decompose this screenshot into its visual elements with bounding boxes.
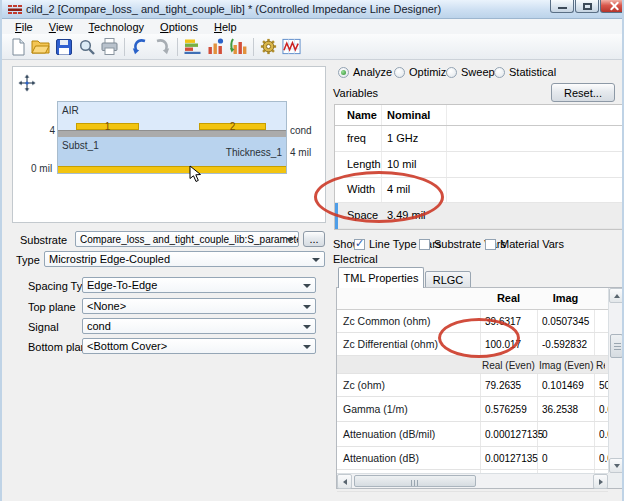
type-select[interactable]: Microstrip Edge-Coupled bbox=[44, 251, 325, 267]
tab-tml-properties[interactable]: TML Properties bbox=[338, 267, 424, 288]
variables-header: Name Nominal bbox=[335, 105, 622, 126]
minimize-button[interactable] bbox=[550, 0, 574, 13]
checkbox-material-vars[interactable] bbox=[485, 239, 496, 250]
reset-button[interactable]: Reset... bbox=[551, 83, 615, 102]
substrate-value: Compare_loss_ and_tight_couple_lib:S_par… bbox=[80, 234, 299, 245]
checkbox-line-type-vars-label[interactable]: Line Type Vars bbox=[369, 238, 441, 250]
conductor-2-label: 2 bbox=[199, 121, 266, 132]
cross-section-canvas[interactable]: AIR 1 2 Subst_1 Thickness_1 4 cond 4 mil… bbox=[12, 66, 326, 223]
vertical-scroll-thumb[interactable] bbox=[610, 334, 623, 358]
menu-bar: File View Technology Options Help bbox=[2, 19, 624, 34]
conductor-1-label: 1 bbox=[76, 121, 139, 132]
chevron-down-icon bbox=[303, 284, 311, 288]
menu-help[interactable]: Help bbox=[206, 20, 245, 33]
scroll-right-icon[interactable] bbox=[593, 474, 608, 489]
air-label: AIR bbox=[62, 105, 79, 116]
radio-statistical[interactable] bbox=[494, 67, 505, 78]
checkbox-line-type-vars[interactable]: ✓ bbox=[354, 239, 365, 250]
zoom-icon[interactable] bbox=[75, 35, 98, 58]
cond-layer-label: cond bbox=[290, 125, 312, 136]
type-value: Microstrip Edge-Coupled bbox=[49, 253, 170, 265]
chevron-down-icon bbox=[286, 238, 294, 242]
mouse-cursor bbox=[189, 165, 203, 183]
table-row-attenuation-mil[interactable]: Attenuation (dB/mil) 0.000127135 0 0.000 bbox=[337, 422, 608, 447]
bottom-tick-label: 0 mil bbox=[31, 163, 52, 174]
annotation-oval-zc-differential bbox=[438, 318, 520, 358]
layer-stack: AIR 1 2 Subst_1 Thickness_1 bbox=[58, 102, 286, 173]
signal-label: Signal bbox=[28, 321, 59, 333]
redo-icon[interactable] bbox=[151, 35, 174, 58]
menu-view[interactable]: View bbox=[41, 20, 81, 33]
app-window: cild_2 [Compare_loss_ and_tight_couple_l… bbox=[0, 0, 624, 501]
spacing-type-select[interactable]: Edge-To-Edge bbox=[82, 277, 316, 293]
signal-select[interactable]: cond bbox=[82, 318, 316, 334]
table-row-gamma[interactable]: Gamma (1/m) 0.576259 36.2538 0.651 bbox=[337, 397, 608, 422]
table-row-attenuation[interactable]: Attenuation (dB) 0.00127135 0 0.001 bbox=[337, 447, 608, 470]
thickness-label: Thickness_1 bbox=[210, 147, 282, 158]
radio-sweep[interactable] bbox=[446, 67, 457, 78]
menu-options[interactable]: Options bbox=[152, 20, 206, 33]
scroll-up-icon[interactable] bbox=[609, 288, 624, 303]
scroll-down-icon[interactable] bbox=[609, 458, 624, 473]
radio-analyze-label[interactable]: Analyze bbox=[353, 66, 392, 78]
close-button[interactable] bbox=[600, 0, 624, 13]
variable-row-freq[interactable]: freq 1 GHz bbox=[335, 126, 622, 152]
top-plane-select[interactable]: <None> bbox=[82, 298, 316, 314]
stackup-chart-icon[interactable] bbox=[181, 35, 204, 58]
thickness-value-label: 4 mil bbox=[290, 147, 311, 158]
substrate-browse-button[interactable]: ... bbox=[303, 231, 325, 247]
table-header-even-odd: Real (Even) Imag (Even) Real ( bbox=[337, 356, 608, 374]
left-tick-label: 4 bbox=[39, 125, 55, 136]
title-bar[interactable]: cild_2 [Compare_loss_ and_tight_couple_l… bbox=[2, 0, 624, 19]
toolbar bbox=[2, 34, 624, 60]
move-cursor-icon[interactable] bbox=[17, 73, 37, 93]
save-icon[interactable] bbox=[52, 35, 75, 58]
chevron-down-icon bbox=[303, 305, 311, 309]
checkbox-material-vars-label[interactable]: Material Vars bbox=[500, 238, 564, 250]
bottom-plane-select[interactable]: <Bottom Cover> bbox=[82, 338, 316, 354]
bottom-cover-layer[interactable] bbox=[58, 166, 286, 173]
top-plane-value: <None> bbox=[87, 300, 126, 312]
settings-gear-icon[interactable] bbox=[257, 35, 280, 58]
substrate-label: Subst_1 bbox=[62, 140, 99, 151]
chevron-down-icon bbox=[303, 325, 311, 329]
impedance-chart-icon[interactable] bbox=[204, 35, 227, 58]
menu-file[interactable]: File bbox=[7, 20, 41, 33]
vertical-scrollbar[interactable] bbox=[608, 288, 623, 473]
electrical-section-label: Electrical bbox=[333, 253, 378, 265]
minimize-icon bbox=[558, 7, 567, 9]
loss-chart-icon[interactable] bbox=[227, 35, 250, 58]
toolbar-separator bbox=[124, 38, 125, 56]
checkbox-substrate-vars[interactable] bbox=[419, 239, 430, 250]
annotation-oval-width-space bbox=[314, 171, 444, 223]
horizontal-scrollbar[interactable] bbox=[337, 473, 608, 488]
waveform-plot-icon[interactable] bbox=[280, 35, 303, 58]
table-row-zc[interactable]: Zc (ohm) 79.2635 0.101469 50.00 bbox=[337, 374, 608, 397]
col-name: Name bbox=[347, 109, 377, 121]
window-title: cild_2 [Compare_loss_ and_tight_couple_l… bbox=[26, 3, 441, 15]
maximize-button[interactable] bbox=[575, 0, 599, 13]
top-plane-label: Top plane bbox=[28, 301, 76, 313]
tab-rlgc[interactable]: RLGC bbox=[425, 271, 471, 288]
print-icon[interactable] bbox=[98, 35, 121, 58]
horizontal-scroll-thumb[interactable] bbox=[354, 475, 476, 487]
new-document-icon[interactable] bbox=[6, 35, 29, 58]
radio-sweep-label[interactable]: Sweep bbox=[461, 66, 495, 78]
scrollbar-corner bbox=[608, 473, 623, 488]
check-icon: ✓ bbox=[355, 237, 364, 250]
radio-statistical-label[interactable]: Statistical bbox=[509, 66, 556, 78]
radio-optimize[interactable] bbox=[394, 67, 405, 78]
col-real-even: Real (Even) bbox=[482, 359, 535, 370]
substrate-label: Substrate bbox=[20, 234, 67, 246]
open-folder-icon[interactable] bbox=[29, 35, 52, 58]
undo-icon[interactable] bbox=[128, 35, 151, 58]
bottom-plane-value: <Bottom Cover> bbox=[87, 340, 167, 352]
radio-analyze[interactable] bbox=[338, 67, 349, 78]
col-real: Real bbox=[480, 292, 537, 304]
menu-technology[interactable]: Technology bbox=[80, 20, 152, 33]
chevron-down-icon bbox=[303, 345, 311, 349]
type-label: Type bbox=[16, 254, 40, 266]
substrate-select[interactable]: Compare_loss_ and_tight_couple_lib:S_par… bbox=[75, 231, 299, 247]
col-nominal: Nominal bbox=[387, 109, 430, 121]
scroll-left-icon[interactable] bbox=[337, 474, 352, 489]
